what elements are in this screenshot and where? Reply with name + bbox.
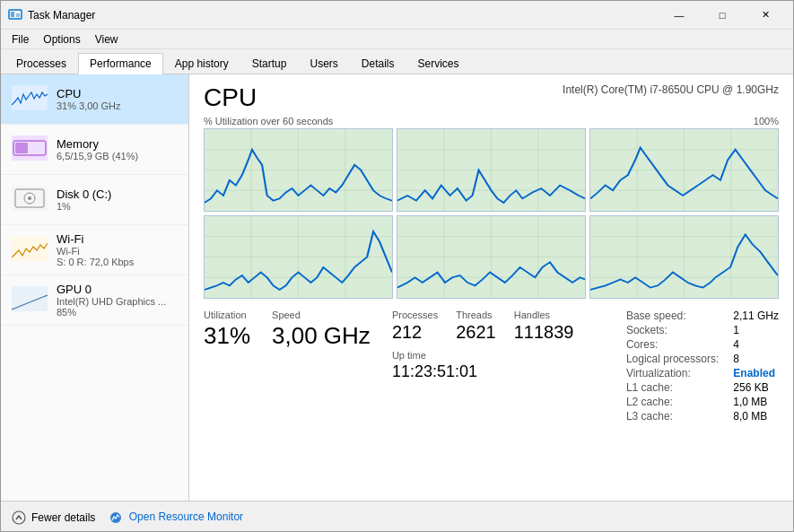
disk-mini-chart (12, 186, 48, 214)
processes-label: Processes (392, 310, 438, 320)
logical-value: 8 (733, 353, 779, 365)
disk-label: Disk 0 (C:) (57, 188, 111, 201)
stats-section: Utilization 31% Speed 3,00 GHz Processes… (204, 310, 779, 423)
gpu-detail1: Intel(R) UHD Graphics ... (57, 296, 166, 307)
tab-users[interactable]: Users (298, 52, 349, 74)
panel-title: CPU (204, 83, 257, 112)
disk-detail: 1% (57, 201, 111, 212)
cpu-chart-4 (204, 215, 393, 299)
speed-value: 3,00 GHz (272, 322, 371, 350)
title-bar: Task Manager — □ ✕ (1, 1, 793, 30)
svg-rect-6 (15, 143, 28, 153)
logical-label: Logical processors: (626, 353, 719, 365)
gpu-sidebar-text: GPU 0 Intel(R) UHD Graphics ... 85% (57, 283, 166, 318)
processes-value: 212 (392, 322, 438, 343)
maximize-button[interactable]: □ (702, 1, 743, 30)
svg-rect-1 (11, 12, 14, 17)
stat-handles: Handles 111839 (514, 310, 574, 343)
utilization-value: 31% (204, 322, 250, 350)
uptime-value: 11:23:51:01 (392, 362, 574, 381)
sockets-value: 1 (733, 324, 779, 336)
stat-uptime: Up time 11:23:51:01 (392, 350, 574, 381)
right-panel: CPU Intel(R) Core(TM) i7-8650U CPU @ 1.9… (189, 74, 793, 501)
gpu-mini-chart (12, 286, 48, 315)
wifi-detail1: Wi-Fi (57, 246, 134, 257)
open-resource-monitor-link[interactable]: Open Resource Monitor (109, 510, 243, 524)
cpu-label: CPU (57, 87, 121, 100)
gpu-label: GPU 0 (57, 283, 166, 296)
window-title: Task Manager (28, 9, 659, 22)
svg-rect-2 (16, 13, 20, 17)
menu-options[interactable]: Options (36, 31, 87, 48)
menu-file[interactable]: File (4, 31, 36, 48)
wifi-mini-chart (12, 236, 48, 265)
sidebar-item-cpu[interactable]: CPU 31% 3,00 GHz (1, 74, 188, 125)
bottom-bar: Fewer details Open Resource Monitor (1, 501, 793, 532)
stat-threads: Threads 2621 (456, 310, 496, 343)
close-button[interactable]: ✕ (745, 1, 786, 30)
stats-left: Utilization 31% Speed 3,00 GHz Processes… (204, 310, 573, 381)
stat-counts-row1: Processes 212 Threads 2621 Handles 11183… (392, 310, 574, 343)
l1-label: L1 cache: (626, 381, 719, 394)
sidebar-item-wifi[interactable]: Wi-Fi Wi-Fi S: 0 R: 72,0 Kbps (1, 225, 188, 275)
stat-utilization: Utilization 31% (204, 310, 250, 381)
tab-performance[interactable]: Performance (78, 53, 163, 74)
cpu-chart-2 (397, 128, 586, 212)
cpu-detail: 31% 3,00 GHz (57, 100, 121, 111)
cpu-chart-6 (589, 215, 779, 299)
svg-rect-3 (12, 85, 48, 110)
stat-counts: Processes 212 Threads 2621 Handles 11183… (392, 310, 574, 381)
cpu-chart-3 (589, 128, 779, 212)
chart-label-left: % Utilization over 60 seconds (204, 116, 333, 126)
window-controls: — □ ✕ (659, 1, 786, 30)
memory-sidebar-text: Memory 6,5/15,9 GB (41%) (57, 137, 138, 161)
svg-point-10 (28, 196, 31, 200)
right-stats: Base speed: 2,11 GHz Sockets: 1 Cores: 4… (626, 310, 779, 423)
cores-label: Cores: (626, 338, 719, 351)
wifi-label: Wi-Fi (57, 232, 134, 246)
cpu-mini-chart (12, 85, 48, 114)
sidebar-item-memory[interactable]: Memory 6,5/15,9 GB (41%) (1, 125, 188, 175)
utilization-label: Utilization (204, 310, 250, 320)
tab-services[interactable]: Services (406, 52, 471, 74)
fewer-details-button[interactable]: Fewer details (12, 510, 95, 525)
tab-details[interactable]: Details (350, 52, 406, 74)
cpu-sidebar-text: CPU 31% 3,00 GHz (57, 87, 121, 111)
chevron-up-icon (12, 510, 26, 525)
sockets-label: Sockets: (626, 324, 719, 336)
l3-value: 8,0 MB (733, 410, 779, 423)
tab-processes[interactable]: Processes (4, 52, 78, 74)
panel-header: CPU Intel(R) Core(TM) i7-8650U CPU @ 1.9… (204, 83, 779, 112)
stat-processes: Processes 212 (392, 310, 438, 343)
l2-value: 1,0 MB (733, 396, 779, 408)
wifi-detail2: S: 0 R: 72,0 Kbps (57, 257, 134, 267)
app-icon (8, 8, 22, 22)
speed-label: Speed (272, 310, 371, 320)
panel-subtitle: Intel(R) Core(TM) i7-8650U CPU @ 1.90GHz (563, 83, 779, 96)
memory-mini-chart (12, 135, 48, 164)
menu-view[interactable]: View (88, 31, 126, 48)
memory-detail: 6,5/15,9 GB (41%) (57, 151, 138, 161)
base-speed-value: 2,11 GHz (733, 310, 779, 322)
svg-rect-11 (12, 236, 48, 261)
main-content: CPU 31% 3,00 GHz Memory 6,5/15,9 GB (41%… (1, 74, 793, 501)
open-resource-monitor-label: Open Resource Monitor (129, 510, 243, 523)
virt-label: Virtualization: (626, 367, 719, 379)
handles-value: 111839 (514, 322, 574, 343)
memory-label: Memory (57, 137, 138, 151)
threads-value: 2621 (456, 322, 496, 343)
sidebar: CPU 31% 3,00 GHz Memory 6,5/15,9 GB (41%… (1, 74, 189, 501)
sidebar-item-gpu[interactable]: GPU 0 Intel(R) UHD Graphics ... 85% (1, 275, 188, 326)
svg-point-55 (13, 511, 25, 524)
threads-label: Threads (456, 310, 496, 320)
tab-startup[interactable]: Startup (240, 52, 299, 74)
tab-app-history[interactable]: App history (163, 52, 240, 74)
sidebar-item-disk[interactable]: Disk 0 (C:) 1% (1, 175, 188, 225)
disk-sidebar-text: Disk 0 (C:) 1% (57, 188, 111, 212)
menu-bar: File Options View (1, 30, 793, 49)
wifi-sidebar-text: Wi-Fi Wi-Fi S: 0 R: 72,0 Kbps (57, 232, 134, 267)
chart-label-row: % Utilization over 60 seconds 100% (204, 116, 779, 126)
cores-value: 4 (733, 338, 779, 351)
minimize-button[interactable]: — (659, 1, 700, 30)
gpu-detail2: 85% (57, 307, 166, 318)
